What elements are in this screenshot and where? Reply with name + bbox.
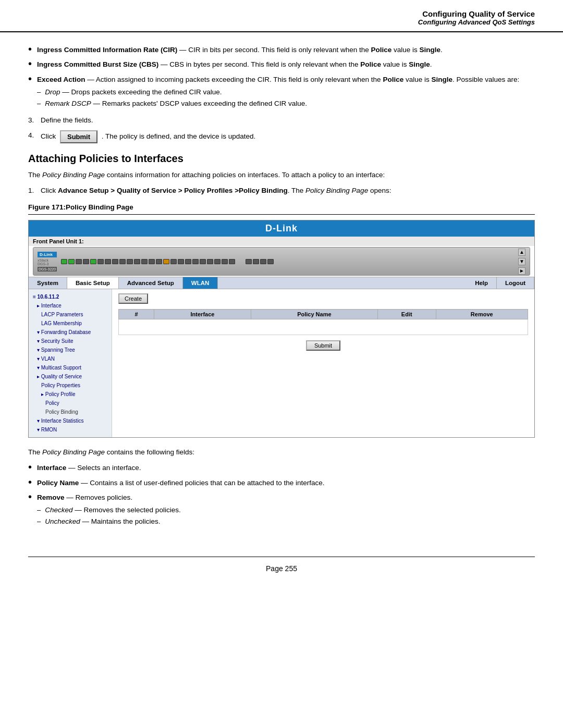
sidebar-ip[interactable]: ≡ 10.6.11.2: [31, 292, 109, 301]
sidebar-iface-stats[interactable]: ▾ Interface Statistics: [31, 416, 109, 425]
col-policy-name: Policy Name: [251, 310, 377, 319]
bullet-dot: •: [28, 73, 32, 84]
bullet-interface: • Interface — Selects an interface.: [28, 463, 535, 473]
dash-remark: – Remark DSCP — Remarks packets' DSCP va…: [37, 98, 535, 109]
drop-text: Drop — Drops packets exceeding the defin…: [45, 87, 222, 97]
sidebar-spanning[interactable]: ▾ Spanning Tree: [31, 346, 109, 354]
dlink-nav-bar: System Basic Setup Advanced Setup WLAN H…: [29, 277, 534, 289]
port-3: [76, 259, 82, 264]
port-11: [134, 259, 140, 264]
cbs-text: — CBS in bytes per second. This field is…: [161, 60, 432, 68]
sidebar-interface[interactable]: ▸ Interface: [31, 301, 109, 310]
submit-button-inline[interactable]: Submit: [60, 130, 97, 143]
port-15: [163, 259, 169, 264]
cbs-label: Ingress Committed Burst Size (CBS): [37, 60, 158, 68]
sidebar-security[interactable]: ▾ Security Suite: [31, 337, 109, 346]
port-22: [214, 259, 221, 264]
step-4-content: Click Submit . The policy is defined, an…: [41, 130, 255, 143]
exceed-text: — Action assigned to incoming packets ex…: [87, 76, 519, 83]
port-13: [149, 259, 155, 264]
sidebar-multicast[interactable]: ▾ Multicast Support: [31, 363, 109, 372]
sidebar-policy[interactable]: Policy: [31, 399, 109, 408]
dash-icon: –: [37, 505, 41, 515]
bullet-dot: •: [28, 462, 32, 472]
bullet-exceed: • Exceed Action — Action assigned to inc…: [28, 75, 535, 110]
bullet-cbs: • Ingress Committed Burst Size (CBS) — C…: [28, 59, 535, 70]
bullet-exceed-content: Exceed Action — Action assigned to incom…: [37, 75, 535, 110]
policy-binding-table: # Interface Policy Name Edit Remove: [118, 309, 528, 335]
sidebar-rmon[interactable]: ▾ RMON: [31, 425, 109, 434]
bullet-dot: •: [28, 44, 32, 54]
port-10: [127, 259, 133, 264]
exceed-label: Exceed Action: [37, 76, 85, 83]
remove-content: Remove — Removes policies. – Checked — R…: [37, 492, 535, 528]
unchecked-text: Unchecked — Maintains the policies.: [45, 516, 160, 527]
scroll-buttons: ▲ ▼ ►: [518, 249, 525, 275]
port-4: [83, 259, 89, 264]
remove-label: Remove: [37, 493, 65, 501]
nav-logout[interactable]: Logout: [497, 277, 534, 289]
dlink-router-left: D-Link xStack DGS-3 DGS-3220: [38, 252, 57, 272]
sidebar-lacp[interactable]: LACP Parameters: [31, 310, 109, 319]
sidebar-policy-props[interactable]: Policy Properties: [31, 381, 109, 390]
section-heading: Attaching Policies to Interfaces: [28, 153, 535, 165]
main-content: • Ingress Committed Information Rate (CI…: [0, 32, 563, 546]
dlink-router-image: D-Link xStack DGS-3 DGS-3220: [33, 247, 530, 276]
sidebar-policy-profile[interactable]: ▸ Policy Profile: [31, 390, 109, 399]
sidebar-qos[interactable]: ▸ Quality of Service: [31, 372, 109, 381]
bullet-dot: •: [28, 477, 32, 487]
header-title-sub: Configuring Advanced QoS Settings: [28, 18, 535, 26]
dlink-header: D-Link: [29, 220, 534, 237]
bullet-dot: •: [28, 58, 32, 69]
dash-unchecked: – Unchecked — Maintains the policies.: [37, 516, 535, 527]
step-3-text: Define the fields.: [41, 115, 93, 126]
dlink-logo-small: D-Link: [38, 252, 57, 257]
dlink-panel-label: Front Panel Unit 1:: [29, 237, 534, 246]
col-edit: Edit: [378, 310, 436, 319]
top-bullet-list: • Ingress Committed Information Rate (CI…: [28, 45, 535, 110]
empty-cell: [119, 319, 528, 335]
port-18: [185, 259, 191, 264]
dlink-model: DGS-3220: [38, 267, 57, 272]
port-2: [68, 259, 75, 264]
figure-caption: Figure 171:Policy Binding Page: [28, 203, 535, 215]
create-button[interactable]: Create: [118, 293, 148, 304]
step-3-num: 3.: [28, 115, 41, 126]
scroll-up[interactable]: ▲: [518, 249, 525, 256]
col-remove: Remove: [436, 310, 528, 319]
port-8: [112, 259, 118, 264]
cir-label: Ingress Committed Information Rate (CIR): [37, 46, 177, 54]
nav-basic-setup[interactable]: Basic Setup: [67, 277, 119, 289]
nav-advanced-setup[interactable]: Advanced Setup: [119, 277, 183, 289]
nav-help[interactable]: Help: [467, 277, 497, 289]
sidebar-lag[interactable]: LAG Membership: [31, 319, 109, 328]
dlink-submit-button[interactable]: Submit: [306, 340, 340, 351]
field-bullet-list: • Interface — Selects an interface. • Po…: [28, 463, 535, 528]
exceed-dash-list: – Drop — Drops packets exceeding the def…: [37, 87, 535, 109]
scroll-right[interactable]: ►: [518, 267, 525, 275]
bullet-cir: • Ingress Committed Information Rate (CI…: [28, 45, 535, 55]
nav-wlan[interactable]: WLAN: [183, 277, 218, 289]
dlink-sidebar: ≡ 10.6.11.2 ▸ Interface LACP Parameters …: [29, 289, 112, 437]
port-24: [229, 259, 235, 264]
scroll-down[interactable]: ▼: [518, 258, 525, 265]
sidebar-fwd[interactable]: ▾ Forwarding Database: [31, 328, 109, 337]
dash-icon: –: [37, 516, 41, 527]
port-sfp2: [253, 259, 259, 264]
col-interface: Interface: [154, 310, 251, 319]
port-14: [156, 259, 162, 264]
bullet-dot: •: [28, 491, 32, 502]
bullet-cir-content: Ingress Committed Information Rate (CIR)…: [37, 45, 535, 55]
page-header: Configuring Quality of Service Configuri…: [0, 0, 563, 32]
checked-text: Checked — Removes the selected policies.: [45, 505, 180, 515]
port-9: [119, 259, 126, 264]
table-empty-row: [119, 319, 528, 335]
dash-icon: –: [37, 98, 41, 109]
col-num: #: [119, 310, 154, 319]
attach-step-1-num: 1.: [28, 186, 41, 196]
sidebar-vlan[interactable]: ▾ VLAN: [31, 354, 109, 363]
nav-system[interactable]: System: [29, 277, 67, 289]
bullet-cbs-content: Ingress Committed Burst Size (CBS) — CBS…: [37, 59, 535, 70]
policy-binding-italic: Policy Binding Page: [42, 171, 105, 179]
sidebar-policy-binding[interactable]: Policy Binding: [31, 408, 109, 416]
